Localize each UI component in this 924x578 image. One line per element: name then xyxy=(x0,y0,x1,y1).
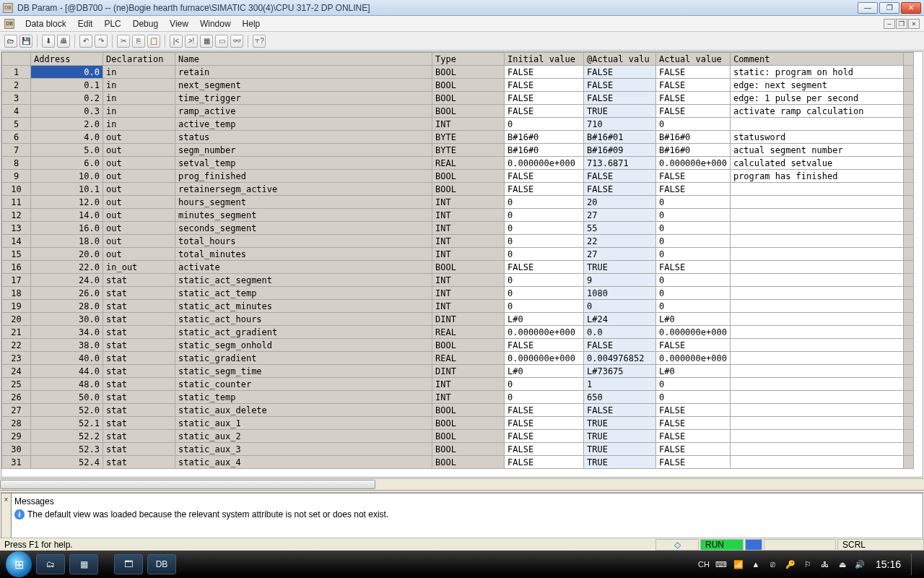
cell-type[interactable]: INT xyxy=(432,209,505,222)
cell-type[interactable]: INT xyxy=(432,118,505,131)
cell-comment[interactable] xyxy=(730,183,903,196)
cell-name[interactable]: hours_segment xyxy=(175,196,432,209)
col-rownum[interactable] xyxy=(2,53,31,66)
table-row[interactable]: 1214.0outminutes_segmentINT0270 xyxy=(2,209,914,222)
cell-comment[interactable] xyxy=(730,404,903,417)
cell-declaration[interactable]: out xyxy=(103,144,175,157)
cell-actual-value[interactable]: FALSE xyxy=(656,404,731,417)
row-number[interactable]: 7 xyxy=(2,144,31,157)
tray-wifi-icon[interactable]: 📶 xyxy=(733,558,744,570)
cell-type[interactable]: BOOL xyxy=(432,183,505,196)
table-row[interactable]: 1826.0statstatic_act_tempINT010800 xyxy=(2,287,914,300)
cell-declaration[interactable]: stat xyxy=(103,287,175,300)
table-row[interactable]: 52.0inactive_tempINT07100 xyxy=(2,118,914,131)
redo-icon[interactable]: ↷ xyxy=(95,35,108,48)
cell-type[interactable]: DINT xyxy=(432,313,505,326)
monitor-icon[interactable]: ▭ xyxy=(215,35,228,48)
cell-address[interactable]: 5.0 xyxy=(31,144,103,157)
table-row[interactable]: 1520.0outtotal_minutesINT0270 xyxy=(2,248,914,261)
col-at-actual-value[interactable]: @Actual valu xyxy=(584,53,656,66)
cell-actual-value[interactable]: FALSE xyxy=(656,105,731,118)
cell-declaration[interactable]: in xyxy=(103,118,175,131)
tray-network-icon[interactable]: 🖧 xyxy=(819,558,831,570)
mdi-close-button[interactable]: × xyxy=(908,19,920,29)
db-tool-icon[interactable]: ▦ xyxy=(200,35,213,48)
cell-comment[interactable] xyxy=(730,378,903,391)
cell-address[interactable]: 2.0 xyxy=(31,118,103,131)
cell-name[interactable]: static_act_hours xyxy=(175,313,432,326)
row-number[interactable]: 18 xyxy=(2,287,31,300)
cell-at-actual-value[interactable]: L#73675 xyxy=(584,365,656,378)
cell-comment[interactable]: static: program on hold xyxy=(730,66,903,79)
cell-comment[interactable]: calculated setvalue xyxy=(730,157,903,170)
start-button[interactable]: ⊞ xyxy=(6,551,32,577)
cell-name[interactable]: static_aux_1 xyxy=(175,417,432,430)
cell-name[interactable]: segm_number xyxy=(175,144,432,157)
cell-at-actual-value[interactable]: 0.004976852 xyxy=(584,352,656,365)
cell-type[interactable]: INT xyxy=(432,222,505,235)
cell-type[interactable]: BOOL xyxy=(432,430,505,443)
row-number[interactable]: 31 xyxy=(2,456,31,469)
cell-comment[interactable] xyxy=(730,261,903,274)
cell-type[interactable]: INT xyxy=(432,196,505,209)
row-number[interactable]: 22 xyxy=(2,339,31,352)
cell-actual-value[interactable]: FALSE xyxy=(656,456,731,469)
cell-comment[interactable] xyxy=(730,430,903,443)
cell-declaration[interactable]: stat xyxy=(103,300,175,313)
cell-name[interactable]: static_aux_delete xyxy=(175,404,432,417)
cell-initial-value[interactable]: 0 xyxy=(505,287,584,300)
cell-actual-value[interactable]: 0 xyxy=(656,378,731,391)
table-row[interactable]: 2650.0statstatic_tempINT06500 xyxy=(2,391,914,404)
cell-comment[interactable]: statusword xyxy=(730,131,903,144)
row-number[interactable]: 2 xyxy=(2,79,31,92)
cell-initial-value[interactable]: FALSE xyxy=(505,430,584,443)
cell-declaration[interactable]: out xyxy=(103,209,175,222)
row-number[interactable]: 24 xyxy=(2,365,31,378)
cell-comment[interactable] xyxy=(730,222,903,235)
cell-declaration[interactable]: out xyxy=(103,157,175,170)
cell-comment[interactable] xyxy=(730,391,903,404)
cell-declaration[interactable]: out xyxy=(103,235,175,248)
row-number[interactable]: 12 xyxy=(2,209,31,222)
row-number[interactable]: 6 xyxy=(2,131,31,144)
table-row[interactable]: 10.0inretainBOOLFALSEFALSEFALSEstatic: p… xyxy=(2,66,914,79)
row-number[interactable]: 26 xyxy=(2,391,31,404)
cell-comment[interactable] xyxy=(730,209,903,222)
cell-initial-value[interactable]: FALSE xyxy=(505,183,584,196)
goto-start-icon[interactable]: |< xyxy=(170,35,183,48)
show-desktop-button[interactable] xyxy=(911,553,918,575)
cell-name[interactable]: static_act_gradient xyxy=(175,326,432,339)
cell-initial-value[interactable]: 0.000000e+000 xyxy=(505,157,584,170)
table-row[interactable]: 2134.0statstatic_act_gradientREAL0.00000… xyxy=(2,326,914,339)
cell-declaration[interactable]: out xyxy=(103,222,175,235)
menu-view[interactable]: View xyxy=(165,17,193,30)
copy-icon[interactable]: ⎘ xyxy=(132,35,145,48)
cell-at-actual-value[interactable]: 1080 xyxy=(584,287,656,300)
cell-initial-value[interactable]: FALSE xyxy=(505,105,584,118)
cell-comment[interactable] xyxy=(730,313,903,326)
row-number[interactable]: 30 xyxy=(2,443,31,456)
cell-address[interactable]: 34.0 xyxy=(31,326,103,339)
table-row[interactable]: 2952.2statstatic_aux_2BOOLFALSETRUEFALSE xyxy=(2,430,914,443)
mdi-app-icon[interactable]: DB xyxy=(4,19,14,29)
cell-at-actual-value[interactable]: 9 xyxy=(584,274,656,287)
print-icon[interactable]: 🖶 xyxy=(57,35,70,48)
cell-comment[interactable]: activate ramp calculation xyxy=(730,105,903,118)
cell-actual-value[interactable]: 0.000000e+000 xyxy=(656,352,731,365)
row-number[interactable]: 19 xyxy=(2,300,31,313)
taskbar-explorer-icon[interactable]: 🗂 xyxy=(36,554,65,574)
cell-comment[interactable] xyxy=(730,118,903,131)
cell-name[interactable]: status xyxy=(175,131,432,144)
cell-at-actual-value[interactable]: 0 xyxy=(584,300,656,313)
table-row[interactable]: 3152.4statstatic_aux_4BOOLFALSETRUEFALSE xyxy=(2,456,914,469)
table-row[interactable]: 2548.0statstatic_counterINT010 xyxy=(2,378,914,391)
table-row[interactable]: 86.0outsetval_tempREAL0.000000e+000713.6… xyxy=(2,157,914,170)
cell-initial-value[interactable]: FALSE xyxy=(505,66,584,79)
cell-actual-value[interactable]: 0 xyxy=(656,391,731,404)
cell-actual-value[interactable]: 0 xyxy=(656,196,731,209)
cell-type[interactable]: INT xyxy=(432,378,505,391)
col-type[interactable]: Type xyxy=(432,53,505,66)
cell-declaration[interactable]: stat xyxy=(103,417,175,430)
cell-type[interactable]: REAL xyxy=(432,157,505,170)
cell-address[interactable]: 28.0 xyxy=(31,300,103,313)
